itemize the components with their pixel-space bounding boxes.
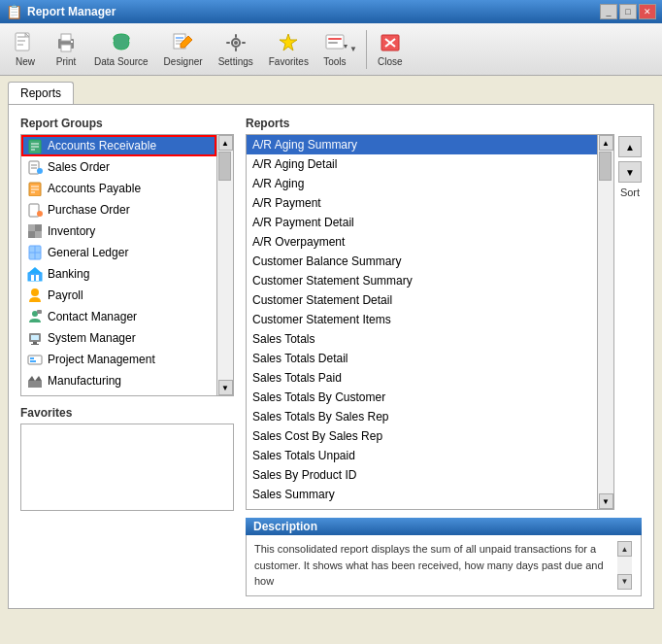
list-item-banking[interactable]: Banking	[21, 263, 216, 285]
svg-rect-17	[235, 34, 237, 38]
datasource-label: Data Source	[94, 56, 149, 67]
scroll-thumb[interactable]	[218, 152, 231, 181]
svg-marker-51	[28, 267, 42, 273]
svg-rect-8	[71, 41, 73, 43]
list-item-customer-statement-summary[interactable]: Customer Statement Summary	[247, 271, 597, 290]
list-item-ar-payment-detail[interactable]: A/R Payment Detail	[247, 213, 597, 232]
list-item-sales-totals-by-sales-rep[interactable]: Sales Totals By Sales Rep	[247, 407, 597, 426]
svg-rect-60	[31, 344, 39, 345]
list-item-manufacturing[interactable]: Manufacturing	[21, 370, 216, 391]
sort-up-button[interactable]: ▲	[618, 136, 642, 157]
sales-order-label: Sales Order	[48, 160, 110, 174]
svg-marker-25	[344, 45, 348, 49]
list-item-accounts-payable[interactable]: Accounts Payable	[21, 178, 216, 199]
list-item-ar-overpayment[interactable]: A/R Overpayment	[247, 232, 597, 252]
list-item-contact-manager[interactable]: Contact Manager	[21, 306, 216, 327]
svg-rect-18	[235, 48, 237, 51]
list-item-sales-transaction-totals[interactable]: Sales Transaction Totals By Type	[247, 504, 597, 510]
print-button[interactable]: Print	[47, 27, 85, 71]
scroll-down-button[interactable]: ▼	[218, 380, 233, 395]
list-item-sales-totals-detail[interactable]: Sales Totals Detail	[247, 349, 597, 368]
svg-point-54	[31, 288, 39, 296]
list-item-sales-totals-paid[interactable]: Sales Totals Paid	[247, 368, 597, 388]
sales-by-product-id-label: Sales By Product ID	[252, 468, 356, 482]
reports-panel: Reports A/R Aging Summary A/R Aging Deta…	[246, 117, 642, 596]
favorites-icon	[276, 31, 301, 54]
list-item-general-ledger[interactable]: General Ledger	[21, 242, 216, 263]
svg-rect-52	[31, 275, 34, 281]
list-item-ar-aging[interactable]: A/R Aging	[247, 174, 597, 193]
system-manager-label: System Manager	[48, 331, 136, 345]
list-item-ar-aging-summary[interactable]: A/R Aging Summary	[247, 135, 597, 154]
favorites-button[interactable]: Favorites	[262, 27, 315, 71]
reports-list: A/R Aging Summary A/R Aging Detail A/R A…	[246, 134, 598, 510]
scroll-track	[217, 151, 233, 380]
list-item-sales-cost-by-sales-rep[interactable]: Sales Cost By Sales Rep	[247, 426, 597, 446]
settings-button[interactable]: Settings	[212, 27, 260, 71]
title-bar: 📋 Report Manager _ □ ✕	[0, 0, 662, 23]
datasource-button[interactable]: Data Source	[87, 27, 155, 71]
list-item-customer-statement-items[interactable]: Customer Statement Items	[247, 310, 597, 329]
close-button[interactable]: Close	[371, 27, 410, 71]
list-item-payroll[interactable]: Payroll	[21, 285, 216, 306]
designer-button[interactable]: Designer	[157, 27, 210, 71]
list-item-purchase-order[interactable]: Purchase Order	[21, 199, 216, 220]
list-item-sales-summary[interactable]: Sales Summary	[247, 485, 597, 504]
svg-point-36	[37, 168, 43, 174]
description-body: This consolidated report displays the su…	[246, 535, 642, 596]
maximize-button[interactable]: □	[619, 4, 637, 19]
list-item-sales-totals[interactable]: Sales Totals	[247, 329, 597, 349]
list-item-accounts-receivable[interactable]: Accounts Receivable	[21, 135, 216, 156]
svg-rect-6	[61, 34, 71, 41]
ar-aging-label: A/R Aging	[252, 177, 304, 190]
project-management-icon	[27, 352, 43, 367]
sales-totals-by-sales-rep-label: Sales Totals By Sales Rep	[252, 410, 389, 424]
list-item-ar-aging-detail[interactable]: A/R Aging Detail	[247, 154, 597, 174]
reports-scroll-track	[598, 151, 613, 493]
description-panel: Description This consolidated report dis…	[246, 518, 642, 596]
list-item-sales-order[interactable]: Sales Order	[21, 156, 216, 178]
datasource-icon	[109, 31, 134, 54]
desc-scroll-track	[617, 557, 632, 574]
desc-scroll-down[interactable]: ▼	[617, 574, 632, 590]
list-item-sales-totals-unpaid[interactable]: Sales Totals Unpaid	[247, 446, 597, 465]
reports-title: Reports	[246, 117, 642, 130]
list-item-system-manager[interactable]: System Manager	[21, 327, 216, 349]
sales-transaction-totals-label: Sales Transaction Totals By Type	[252, 507, 423, 510]
svg-rect-56	[37, 310, 42, 314]
svg-rect-20	[242, 42, 246, 44]
designer-label: Designer	[164, 56, 203, 67]
minimize-button[interactable]: _	[600, 4, 617, 19]
ar-aging-detail-label: A/R Aging Detail	[252, 157, 337, 171]
toolbar-separator	[366, 30, 367, 69]
sort-area: ▲ ▼ Sort	[618, 134, 642, 510]
tab-area: Reports	[0, 76, 662, 104]
system-manager-icon	[27, 330, 43, 346]
accounts-payable-icon	[27, 181, 43, 196]
new-button[interactable]: New	[6, 27, 45, 71]
list-item-custom-reports[interactable]: Custom Reports	[21, 391, 216, 396]
list-item-customer-statement-detail[interactable]: Customer Statement Detail	[247, 290, 597, 310]
reports-scroll-up[interactable]: ▲	[599, 135, 613, 151]
tools-button[interactable]: Tools ▼	[317, 27, 362, 71]
desc-scroll-up[interactable]: ▲	[617, 541, 632, 557]
close-label: Close	[378, 56, 403, 67]
svg-rect-63	[30, 360, 36, 362]
scroll-up-button[interactable]: ▲	[218, 135, 233, 151]
list-item-inventory[interactable]: Inventory	[21, 220, 216, 242]
list-item-project-management[interactable]: Project Management	[21, 349, 216, 370]
svg-rect-45	[28, 224, 35, 231]
sort-down-button[interactable]: ▼	[618, 161, 642, 183]
list-item-ar-payment[interactable]: A/R Payment	[247, 193, 597, 213]
app-icon: 📋	[6, 4, 22, 19]
list-item-sales-totals-by-customer[interactable]: Sales Totals By Customer	[247, 388, 597, 407]
svg-rect-44	[35, 231, 42, 238]
reports-scroll-down[interactable]: ▼	[599, 493, 613, 509]
reports-scroll-thumb[interactable]	[599, 152, 612, 181]
tab-reports[interactable]: Reports	[8, 82, 74, 104]
close-window-button[interactable]: ✕	[639, 4, 656, 19]
list-item-sales-by-product-id[interactable]: Sales By Product ID	[247, 465, 597, 485]
list-item-customer-balance-summary[interactable]: Customer Balance Summary	[247, 252, 597, 271]
svg-rect-46	[35, 224, 42, 231]
favorites-section: Favorites	[20, 406, 234, 511]
